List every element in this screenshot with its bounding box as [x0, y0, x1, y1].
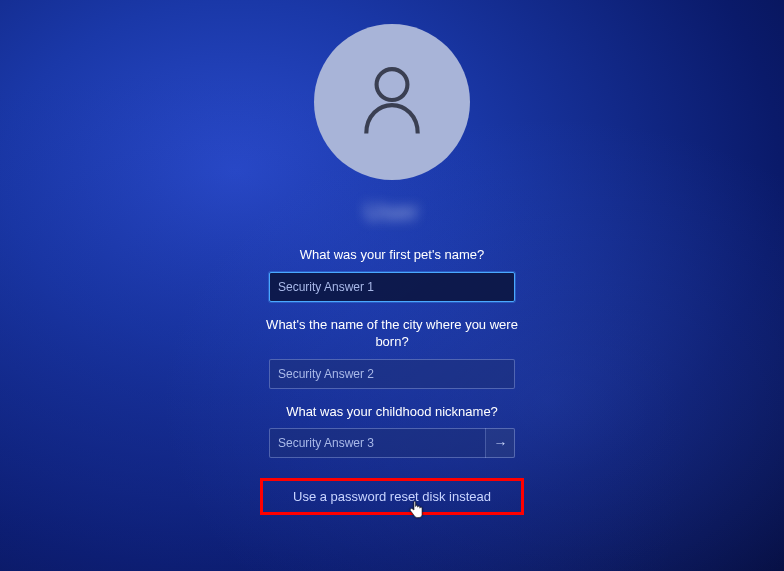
- security-answer-3-row: →: [269, 428, 515, 458]
- security-question-2: What's the name of the city where you we…: [262, 316, 522, 351]
- user-icon: [360, 64, 424, 140]
- avatar: [314, 24, 470, 180]
- security-answer-2-input[interactable]: [269, 359, 515, 389]
- security-answer-1-row: [269, 272, 515, 302]
- login-security-questions: User What was your first pet's name? Wha…: [0, 0, 784, 571]
- username: User: [365, 198, 420, 228]
- pointer-cursor-icon: [409, 501, 423, 522]
- arrow-right-icon: →: [494, 435, 508, 451]
- svg-point-0: [377, 69, 408, 100]
- security-question-3: What was your childhood nickname?: [286, 403, 498, 421]
- security-answer-3-input[interactable]: [269, 428, 515, 458]
- use-password-reset-disk-link[interactable]: Use a password reset disk instead: [293, 489, 491, 504]
- submit-arrow-button[interactable]: →: [485, 428, 515, 458]
- security-question-1: What was your first pet's name?: [300, 246, 485, 264]
- reset-disk-highlight: Use a password reset disk instead: [260, 478, 524, 515]
- security-answer-1-input[interactable]: [269, 272, 515, 302]
- security-answer-2-row: [269, 359, 515, 389]
